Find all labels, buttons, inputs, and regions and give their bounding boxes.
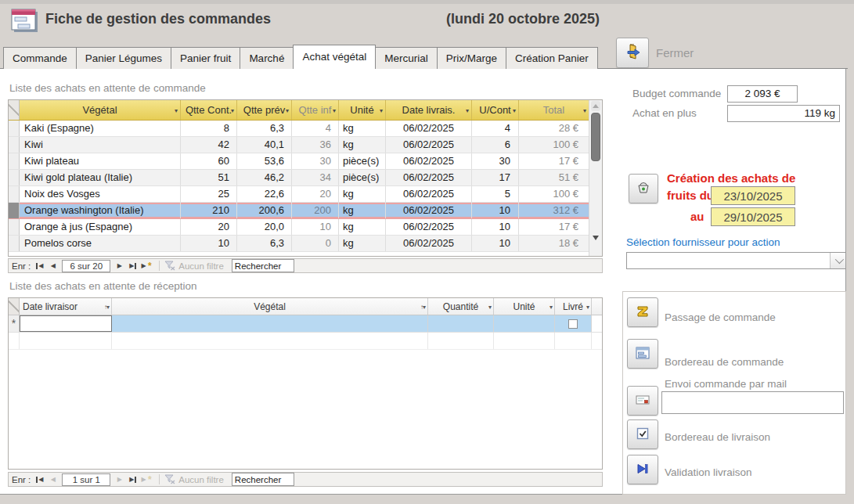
cell[interactable]: 200,6 [237,203,292,218]
column-dropdown-icon[interactable]: ↑▾ [104,303,109,310]
orders-vertical-scrollbar[interactable] [589,100,602,256]
column-header[interactable]: Quantité▾ [428,298,494,315]
livre-checkbox[interactable] [568,319,578,329]
cell[interactable]: 17 € [519,153,589,169]
tab-march-[interactable]: Marché [240,47,294,69]
cell[interactable]: 28 € [519,121,589,136]
bordereau-commande-button[interactable] [627,339,658,369]
table-row[interactable]: Kiwi gold plateau (Italie)5146,234pièce(… [9,170,602,186]
filter-status[interactable]: Aucun filtre [164,474,224,484]
cell[interactable]: kg [339,121,386,136]
cell[interactable]: 10 [181,236,237,251]
column-dropdown-icon[interactable]: ▾ [380,106,383,113]
cell[interactable]: 06/02/2025 [386,121,472,136]
tab-achat-v-g-tal[interactable]: Achat végétal [293,45,376,69]
cell[interactable]: 6,3 [237,236,292,251]
cell[interactable]: 20,0 [237,219,292,235]
cell[interactable]: 100 € [519,137,589,153]
cell[interactable]: 34 [292,170,339,185]
cell[interactable]: 51 [181,170,237,185]
column-dropdown-icon[interactable]: ▾ [583,106,586,113]
cell[interactable]: 200 [292,203,339,218]
tab-commande[interactable]: Commande [3,47,77,69]
column-header[interactable]: Date livrais.▾ [386,100,472,120]
cell[interactable]: 5 [472,186,519,202]
envoi-mail-button[interactable] [627,386,658,416]
column-header[interactable]: Unité▾ [494,298,555,315]
cell[interactable]: 51 € [519,170,589,185]
table-row[interactable]: Pomelos corse106,30kg06/02/20251018 € [9,236,602,252]
cell[interactable]: Kaki (Espagne) [20,121,181,136]
record-position[interactable]: 1 sur 1 [62,473,110,486]
next-record-button[interactable]: ▶ [113,473,126,485]
quantite-cell[interactable] [428,315,494,332]
create-purchases-button[interactable] [629,174,658,203]
cell[interactable]: kg [339,137,386,153]
column-dropdown-icon[interactable]: ▾ [488,303,491,310]
validation-livraison-button[interactable] [627,455,658,484]
table-row[interactable]: Noix des Vosges2522,620kg06/02/20255100 … [9,186,602,203]
new-record-button[interactable]: ▶* [139,260,153,272]
row-selector[interactable] [9,219,20,235]
cell[interactable]: kg [339,219,386,235]
column-dropdown-icon[interactable]: ▾ [231,106,234,113]
row-selector[interactable] [9,153,20,169]
last-record-button[interactable]: ▶ [126,473,139,485]
datasheet-corner-cell[interactable] [9,100,20,120]
cell[interactable]: 46,2 [237,170,292,185]
column-header[interactable]: Qtte inf▾ [292,100,339,120]
passage-commande-button[interactable] [627,297,658,327]
column-header[interactable]: Date livraisor↑▾ [20,298,112,315]
last-record-button[interactable]: ▶ [126,260,139,272]
cell[interactable]: 10 [472,219,519,235]
column-header[interactable]: Unité▾ [339,100,386,120]
cell[interactable]: 312 € [519,203,589,218]
cell[interactable]: 06/02/2025 [386,203,472,218]
column-header[interactable]: Végétal↑▾ [112,298,428,315]
datasheet-corner-cell[interactable] [9,298,20,315]
unite-cell[interactable] [494,315,555,332]
search-input[interactable] [232,259,294,272]
supplier-combobox[interactable] [626,252,846,269]
next-record-button[interactable]: ▶ [113,260,126,272]
cell[interactable]: Orange washington (Italie) [20,203,181,218]
record-position[interactable]: 6 sur 20 [62,260,110,272]
cell[interactable]: 0 [292,236,339,251]
column-header[interactable]: Végétal▾ [20,100,181,120]
first-record-button[interactable]: ◀ [33,473,46,485]
cell[interactable]: 6,3 [237,121,292,136]
new-record-row[interactable]: * [9,315,602,333]
cell[interactable]: 8 [181,121,237,136]
tab-cr-ation-panier[interactable]: Création Panier [506,47,598,69]
date-livraison-cell[interactable] [20,315,112,332]
cell[interactable]: 30 [472,153,519,169]
combobox-dropdown-button[interactable] [830,253,845,268]
previous-record-button[interactable]: ◀ [46,473,59,485]
cell[interactable]: 20 [181,219,237,235]
tab-mercurial[interactable]: Mercurial [375,47,438,69]
cell[interactable]: 4 [472,121,519,136]
tab-panier-fruit[interactable]: Panier fruit [171,47,240,69]
row-selector[interactable] [9,203,20,218]
tab-prix-marge[interactable]: Prix/Marge [437,47,506,69]
cell[interactable]: 06/02/2025 [386,236,472,251]
column-dropdown-icon[interactable]: ▾ [586,303,589,310]
column-dropdown-icon[interactable]: ↑▾ [420,303,425,310]
cell[interactable]: pièce(s) [339,153,386,169]
cell[interactable]: Kiwi [20,137,181,153]
cell[interactable]: 36 [292,137,339,153]
scroll-down-button[interactable] [593,240,599,254]
date-to-field[interactable]: 29/10/2025 [711,207,795,226]
table-row[interactable]: Kaki (Espagne)86,34kg06/02/2025428 € [9,121,602,137]
cell[interactable]: 53,6 [237,153,292,169]
row-selector[interactable] [9,170,20,185]
cell[interactable]: Pomelos corse [20,236,181,251]
row-selector[interactable] [9,121,20,136]
date-from-field[interactable]: 23/10/2025 [711,186,795,205]
column-header[interactable]: Livré▾ [555,298,592,315]
cell[interactable]: Orange à jus (Espagne) [20,219,181,235]
mail-address-input[interactable] [661,391,844,414]
cell[interactable]: 10 [292,219,339,235]
cell[interactable]: 4 [292,121,339,136]
cell[interactable]: Noix des Vosges [20,186,181,202]
